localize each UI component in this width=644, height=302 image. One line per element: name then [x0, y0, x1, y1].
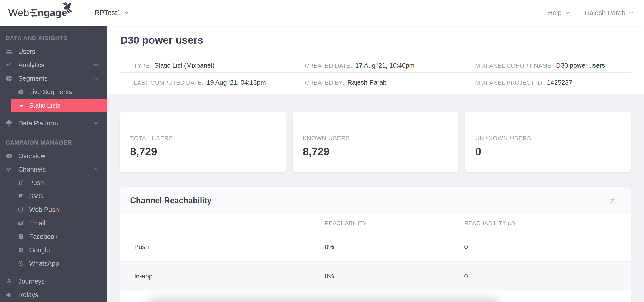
logo-text-web: Web	[8, 7, 29, 19]
stat-card-known-users: KNOWN USERS 8,729	[293, 112, 458, 172]
chevron-down-icon	[93, 120, 99, 126]
facebook-icon	[17, 233, 24, 240]
download-icon	[609, 197, 616, 205]
meta-label: MIXPANEL COHORT NAME:	[475, 62, 553, 69]
column-reachability: REACHABILITY	[325, 220, 464, 226]
journeys-icon	[4, 277, 14, 285]
sidebar-item-label: Google	[29, 246, 50, 254]
sidebar: DATA AND INSIGHTS Users Analytics Segmen…	[0, 26, 107, 302]
sidebar-item-journeys[interactable]: Journeys	[0, 275, 107, 288]
sidebar-item-sms[interactable]: SMS	[0, 190, 107, 203]
meta-type: TYPE: Static List (Mixpanel)	[134, 62, 305, 69]
meta-created-date: CREATED DATE: 17 Aug '21, 10:40pm	[305, 62, 475, 69]
page-header: D30 power users TYPE: Static List (Mixpa…	[107, 26, 644, 94]
stat-card-unknown-users: UNKNOWN USERS 0	[465, 112, 630, 172]
download-button[interactable]	[607, 195, 618, 206]
stat-card-label: TOTAL USERS	[130, 135, 286, 142]
stat-card-label: KNOWN USERS	[303, 135, 458, 142]
channels-icon	[4, 166, 14, 173]
users-icon	[4, 48, 14, 55]
meta-created-by: CREATED BY: Rajesh Parab	[305, 79, 475, 86]
chevron-up-icon	[93, 76, 99, 81]
sidebar-section-campaign-manager: CAMPAIGN MANAGER	[0, 136, 107, 149]
sidebar-item-channels[interactable]: Channels	[0, 163, 107, 176]
sidebar-item-label: Push	[29, 179, 44, 187]
sidebar-item-data-platform[interactable]: Data Platform	[0, 116, 107, 130]
push-icon	[17, 179, 24, 186]
chevron-down-icon	[565, 10, 570, 15]
sidebar-item-static-lists[interactable]: Static Lists	[0, 99, 107, 112]
sidebar-item-label: WhatsApp	[29, 260, 59, 267]
meta-label: CREATED BY:	[305, 79, 344, 86]
meta-value: Static List (Mixpanel)	[154, 62, 214, 69]
chevron-down-icon	[93, 62, 99, 68]
help-menu[interactable]: Help	[548, 0, 570, 26]
segments-icon	[4, 75, 14, 82]
sidebar-item-label: Overview	[18, 152, 46, 160]
static-lists-icon	[17, 102, 24, 109]
meta-value: D30 power users	[556, 62, 605, 69]
table-partial-row	[120, 291, 630, 302]
sidebar-item-live-segments[interactable]: Live Segments	[0, 85, 107, 99]
main-content: D30 power users TYPE: Static List (Mixpa…	[107, 26, 644, 302]
chevron-down-icon	[628, 10, 634, 15]
sidebar-item-overview[interactable]: Overview	[0, 149, 107, 163]
help-label: Help	[548, 9, 562, 17]
sidebar-item-label: Segments	[18, 75, 48, 82]
webengage-logo[interactable]: Web ngage	[8, 7, 67, 19]
sidebar-item-users[interactable]: Users	[0, 45, 107, 58]
sidebar-item-label: Live Segments	[29, 88, 72, 96]
sidebar-item-label: Web Push	[29, 206, 59, 214]
sidebar-item-google[interactable]: G Google	[0, 243, 107, 257]
reachability-table-header: REACHABILITY REACHABILITY (#)	[120, 214, 630, 232]
live-segments-icon	[17, 88, 24, 95]
sidebar-item-label: Data Platform	[18, 120, 58, 127]
sidebar-item-relays[interactable]: Relays	[0, 288, 107, 301]
sidebar-item-analytics[interactable]: Analytics	[0, 58, 107, 72]
meta-label: TYPE:	[134, 62, 151, 69]
channel-reachability-title: Channel Reachability	[130, 196, 212, 205]
meta-value: 17 Aug '21, 10:40pm	[355, 62, 414, 69]
stat-card-value: 8,729	[303, 145, 458, 158]
page-title: D30 power users	[120, 34, 630, 46]
stat-cards-row: TOTAL USERS 8,729 KNOWN USERS 8,729 UNKN…	[120, 112, 630, 172]
sidebar-item-label: SMS	[29, 193, 43, 200]
stat-card-total-users: TOTAL USERS 8,729	[120, 112, 286, 172]
cell-reachability: 0%	[325, 273, 464, 280]
meta-last-computed-date: LAST COMPUTED DATE: 19 Aug '21, 04:13pm	[134, 79, 305, 86]
relays-icon	[4, 291, 14, 299]
sidebar-item-label: Analytics	[18, 61, 44, 69]
meta-mixpanel-project-id: MIXPANEL PROJECT ID: 1425237	[475, 79, 617, 86]
sidebar-item-web-push[interactable]: Web Push	[0, 203, 107, 216]
sidebar-item-label: Static Lists	[29, 102, 60, 109]
meta-label: MIXPANEL PROJECT ID:	[475, 79, 544, 86]
meta-value: 1425237	[547, 79, 572, 86]
sidebar-item-push[interactable]: Push	[0, 176, 107, 190]
topbar: Web ngage	[0, 0, 644, 26]
web-push-icon	[17, 206, 24, 213]
user-menu[interactable]: Rajesh Parab	[585, 0, 634, 26]
sidebar-item-label: Users	[18, 48, 35, 55]
user-name: Rajesh Parab	[585, 9, 626, 17]
page-body: TOTAL USERS 8,729 KNOWN USERS 8,729 UNKN…	[107, 94, 644, 302]
chevron-down-icon	[124, 10, 129, 16]
sidebar-item-label: Journeys	[18, 278, 45, 285]
meta-value: Rajesh Parab	[348, 79, 387, 86]
sidebar-item-segments[interactable]: Segments	[0, 72, 107, 85]
sidebar-item-email[interactable]: Email	[0, 216, 107, 230]
whatsapp-icon	[17, 260, 24, 267]
analytics-icon	[4, 61, 14, 69]
svg-text:G: G	[20, 248, 22, 252]
sidebar-item-facebook[interactable]: Facebook	[0, 230, 107, 243]
stat-card-value: 0	[475, 145, 630, 158]
sidebar-item-label: Channels	[18, 166, 46, 173]
google-icon: G	[17, 246, 24, 254]
channel-reachability-header: Channel Reachability	[120, 187, 630, 214]
webengage-dashboard: { "topbar": { "logo": { "web": "Web", "n…	[0, 0, 644, 302]
sidebar-item-whatsapp[interactable]: WhatsApp	[0, 257, 107, 270]
meta-value: 19 Aug '21, 04:13pm	[206, 79, 266, 86]
cell-reachability: 0%	[325, 243, 464, 251]
sidebar-item-label: Relays	[18, 291, 38, 299]
project-selector[interactable]: RPTest1	[94, 0, 129, 26]
meta-label: LAST COMPUTED DATE:	[134, 79, 204, 86]
